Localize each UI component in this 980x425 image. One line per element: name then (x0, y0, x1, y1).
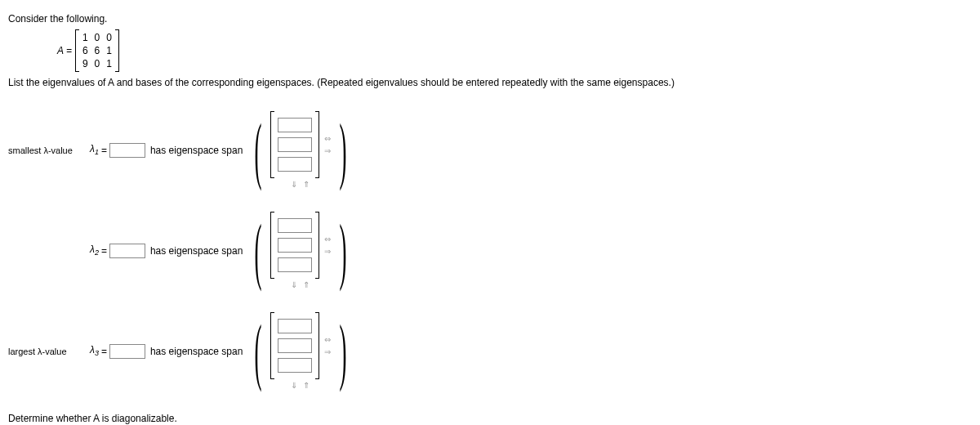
lambda-2-symbol: λ2 (90, 244, 99, 257)
matrix-cell: 0 (95, 32, 100, 43)
has-eigenspace-text: has eigenspace span (150, 346, 243, 357)
eigvec3-entry-3[interactable] (278, 358, 312, 373)
set-paren-open: ( (255, 325, 262, 377)
resize-horiz-icon[interactable]: ⇔ (324, 134, 331, 143)
matrix-cell: 1 (106, 45, 112, 56)
set-paren-close: ) (340, 124, 347, 176)
set-paren-open: ( (255, 225, 262, 276)
eigvec2-entry-1[interactable] (278, 218, 312, 233)
set-paren-close: ) (340, 325, 347, 377)
has-eigenspace-text: has eigenspace span (150, 145, 243, 156)
set-paren-close: ) (340, 225, 347, 276)
matrix-cell: 1 (82, 32, 88, 43)
expand-right-icon[interactable]: ⇒ (324, 247, 331, 256)
resize-vert-icon[interactable]: ⇓ ⇑ (291, 180, 311, 189)
largest-label: largest λ-value (8, 347, 90, 356)
eigen-row-2: λ2 = has eigenspace span ( ⇔ ⇒ (8, 212, 972, 289)
matrix-cell: 9 (82, 58, 88, 69)
equals-sign: = (101, 346, 107, 357)
eigvec1-entry-3[interactable] (278, 157, 312, 172)
eigvec2-entry-2[interactable] (278, 238, 312, 253)
matrix-cell: 1 (106, 58, 112, 69)
matrix-cell: 0 (106, 32, 112, 43)
matrix-cell: 6 (95, 45, 100, 56)
eigvec1-entry-1[interactable] (278, 118, 312, 132)
eigen-row-3: largest λ-value λ3 = has eigenspace span… (8, 312, 972, 390)
lambda-1-input[interactable] (109, 143, 145, 158)
resize-vert-icon[interactable]: ⇓ ⇑ (291, 280, 311, 289)
matrix-cell: 6 (82, 45, 88, 56)
expand-right-icon[interactable]: ⇒ (324, 347, 331, 356)
eigvec3-entry-1[interactable] (278, 319, 312, 333)
lambda-3-symbol: λ3 (90, 344, 99, 357)
equals-sign: = (101, 145, 107, 156)
lambda-1-symbol: λ1 (90, 143, 99, 156)
equals-sign: = (101, 245, 107, 257)
eigvec2-entry-3[interactable] (278, 257, 312, 272)
resize-vert-icon[interactable]: ⇓ ⇑ (291, 381, 311, 390)
matrix-label: A = (57, 45, 72, 56)
matrix-A: A = 1 0 0 6 6 1 9 0 1 (57, 29, 119, 72)
diagonalizable-question: Determine whether A is diagonalizable. (8, 413, 972, 424)
expand-right-icon[interactable]: ⇒ (324, 146, 331, 155)
eigen-row-1: smallest λ-value λ1 = has eigenspace spa… (8, 111, 972, 189)
has-eigenspace-text: has eigenspace span (150, 245, 243, 257)
lambda-3-input[interactable] (109, 344, 145, 359)
smallest-label: smallest λ-value (8, 145, 90, 155)
lambda-2-input[interactable] (109, 244, 145, 258)
eigvec1-entry-2[interactable] (278, 137, 312, 152)
intro-text: Consider the following. (8, 13, 972, 25)
resize-horiz-icon[interactable]: ⇔ (324, 235, 331, 244)
eigvec3-entry-2[interactable] (278, 338, 312, 353)
instruction-text: List the eigenvalues of A and bases of t… (8, 77, 972, 88)
set-paren-open: ( (255, 124, 262, 176)
matrix-cell: 0 (95, 58, 100, 69)
resize-horiz-icon[interactable]: ⇔ (324, 335, 331, 344)
